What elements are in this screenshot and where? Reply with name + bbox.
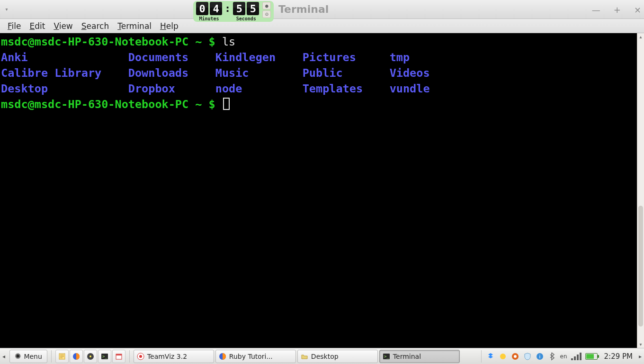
timer-status-dot-icon[interactable]: ● [262, 2, 271, 9]
menu-search[interactable]: Search [78, 20, 113, 32]
timer-sec-ones: 5 [247, 2, 259, 15]
timer-colon: : [224, 2, 232, 15]
taskbar-separator [51, 350, 52, 363]
svg-point-3 [89, 355, 91, 357]
menu-view[interactable]: View [50, 20, 76, 32]
info-tray-icon[interactable]: i [536, 352, 544, 361]
terminal[interactable]: msdc@msdc-HP-630-Notebook-PC ~ $ ls Anki… [0, 33, 637, 348]
quicklaunch-notes-icon[interactable] [55, 350, 69, 363]
start-menu-label: Menu [24, 353, 42, 360]
taskbar-scroll-left-icon[interactable]: ◂ [0, 353, 8, 360]
window-menu-dropdown-icon[interactable]: ▾ [0, 7, 13, 12]
maximize-button[interactable]: + [614, 5, 621, 15]
quicklaunch-calendar-icon[interactable] [112, 350, 125, 363]
close-button[interactable]: × [634, 5, 641, 15]
scroll-thumb[interactable] [638, 206, 643, 327]
svg-point-17 [514, 355, 517, 358]
clock[interactable]: 2:29 PM [600, 352, 636, 361]
scroll-up-icon[interactable]: ▴ [639, 34, 642, 39]
quicklaunch-tray: >_ [54, 350, 127, 363]
firefox-icon [219, 353, 226, 360]
svg-rect-7 [116, 354, 122, 355]
task-desktop[interactable]: Desktop [297, 350, 378, 363]
menu-file[interactable]: File [4, 20, 25, 32]
network-signal-icon[interactable] [571, 353, 581, 360]
folder-icon [301, 353, 308, 360]
menu-edit[interactable]: Edit [26, 20, 49, 32]
svg-point-15 [500, 354, 506, 359]
svg-point-9 [139, 355, 142, 358]
scroll-track[interactable] [637, 39, 644, 342]
menu-terminal[interactable]: Terminal [114, 20, 155, 32]
task-buttons: TeamViz 3.2Ruby Tutori...Desktop>_Termin… [132, 350, 462, 363]
timer-seconds-label: Seconds [236, 16, 256, 21]
window-title: Terminal [278, 3, 329, 15]
task-teamviz-3-2[interactable]: TeamViz 3.2 [134, 350, 214, 363]
task-label: Terminal [393, 353, 421, 360]
timer-minutes-label: Minutes [199, 16, 219, 21]
svg-text:>_: >_ [102, 354, 107, 359]
weather-tray-icon[interactable] [499, 352, 507, 361]
quicklaunch-firefox-icon[interactable] [70, 350, 83, 363]
task-ruby-tutori-[interactable]: Ruby Tutori... [215, 350, 296, 363]
task-label: TeamViz 3.2 [147, 353, 187, 360]
taskbar-separator [481, 350, 482, 363]
gear-icon: ✺ [15, 352, 21, 361]
window-titlebar: ▾ 0 4 Minutes : 5 5 Seconds ● ☺ Terminal… [0, 0, 644, 19]
taskbar-scroll-right-icon[interactable]: ▸ [636, 353, 644, 360]
minimize-button[interactable]: — [592, 5, 600, 15]
quicklaunch-terminal-icon[interactable]: >_ [98, 350, 111, 363]
bluetooth-tray-icon[interactable] [548, 352, 556, 361]
scroll-down-icon[interactable]: ▾ [639, 342, 642, 347]
update-tray-icon[interactable] [511, 352, 519, 361]
task-terminal[interactable]: >_Terminal [379, 350, 460, 363]
svg-text:>_: >_ [384, 354, 389, 359]
terminal-icon: >_ [383, 353, 390, 360]
pomodoro-timer[interactable]: 0 4 Minutes : 5 5 Seconds ● ☺ [193, 1, 274, 22]
keyboard-layout-indicator[interactable]: en [560, 353, 567, 360]
menubar: FileEditViewSearchTerminalHelp [0, 19, 644, 33]
task-label: Desktop [311, 353, 339, 360]
terminal-scrollbar[interactable]: ▴ ▾ [637, 33, 644, 348]
battery-icon[interactable] [585, 353, 598, 360]
timer-sec-tens: 5 [233, 2, 245, 15]
system-tray: i en [483, 352, 600, 361]
timer-min-ones: 4 [210, 2, 222, 15]
svg-marker-14 [488, 355, 493, 358]
dropbox-tray-icon[interactable] [486, 352, 495, 361]
timer-face-icon[interactable]: ☺ [262, 10, 271, 18]
teamviz-icon [137, 353, 144, 360]
task-label: Ruby Tutori... [229, 353, 273, 360]
svg-text:i: i [539, 354, 540, 359]
quicklaunch-media-icon[interactable] [84, 350, 97, 363]
taskbar-separator [129, 350, 130, 363]
timer-min-tens: 0 [196, 2, 208, 15]
menu-help[interactable]: Help [156, 20, 182, 32]
taskbar: ◂ ✺ Menu >_ TeamViz 3.2Ruby Tutori...Des… [0, 348, 644, 364]
terminal-area: msdc@msdc-HP-630-Notebook-PC ~ $ ls Anki… [0, 33, 644, 348]
start-menu-button[interactable]: ✺ Menu [9, 350, 47, 363]
shield-tray-icon[interactable] [523, 352, 532, 361]
